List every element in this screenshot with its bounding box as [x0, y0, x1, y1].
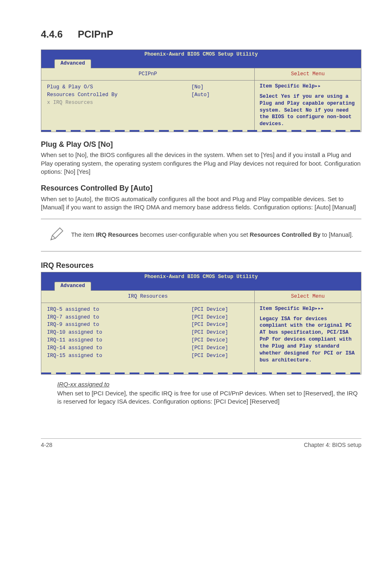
setting-label: Plug & Play O/S: [47, 84, 191, 91]
subsection-body: When set to [Auto], the BIOS automatical…: [41, 195, 361, 212]
note-pre: The item: [71, 231, 96, 238]
section-title: PCIPnP: [78, 29, 113, 40]
page-number: 4-28: [41, 441, 52, 449]
setting-value: [Auto]: [191, 92, 249, 99]
setting-label: IRQ-10 assigned to: [47, 329, 191, 336]
help-title-text: Item Specific Help: [260, 306, 315, 312]
note-callout: The item IRQ Resources becomes user-conf…: [41, 219, 361, 251]
bios-divider: [41, 130, 361, 132]
bios-setting-row[interactable]: IRQ-11 assigned to[PCI Device]: [47, 337, 249, 344]
setting-value: [PCI Device]: [191, 345, 249, 352]
setting-value: [PCI Device]: [191, 329, 249, 336]
chapter-label: Chapter 4: BIOS setup: [304, 441, 361, 449]
bios-panel-title: IRQ Resources: [41, 291, 255, 303]
bios-panel-irq-resources: Phoenix-Award BIOS CMOS Setup Utility Ad…: [41, 272, 361, 375]
page-footer: 4-28 Chapter 4: BIOS setup: [41, 438, 361, 449]
setting-value: [PCI Device]: [191, 321, 249, 328]
setting-value: [No]: [191, 84, 249, 91]
bios-settings-list: Plug & Play O/S [No] Resources Controlle…: [41, 81, 255, 130]
subsection-heading: Resources Controlled By [Auto]: [41, 183, 361, 193]
bios-setting-row[interactable]: Resources Controlled By [Auto]: [47, 92, 249, 99]
bios-tab-advanced[interactable]: Advanced: [54, 59, 91, 68]
bios-help-body: Legacy ISA for devices compliant with th…: [260, 316, 356, 364]
irq-body: When set to [PCI Device], the specific I…: [57, 389, 361, 406]
bios-help-panel: Item Specific Help▸▸▸ Legacy ISA for dev…: [255, 303, 361, 373]
bios-setting-row[interactable]: IRQ-15 assigned to[PCI Device]: [47, 352, 249, 359]
irq-subheading: IRQ-xx assigned to: [57, 380, 361, 388]
section-number: 4.4.6: [41, 29, 63, 40]
note-text: The item IRQ Resources becomes user-conf…: [71, 231, 360, 239]
bios-divider: [41, 373, 361, 374]
bios-setting-row[interactable]: IRQ-14 assigned to[PCI Device]: [47, 345, 249, 352]
bios-setting-row-disabled: x IRQ Resources: [47, 99, 249, 106]
subsection-body: When set to [No], the BIOS configures al…: [41, 151, 361, 176]
bios-setting-row[interactable]: IRQ-7 assigned to[PCI Device]: [47, 314, 249, 321]
setting-label: Resources Controlled By: [47, 92, 191, 99]
pencil-icon: [43, 225, 71, 245]
setting-label: IRQ-5 assigned to: [47, 306, 191, 313]
section-heading: 4.4.6 PCIPnP: [41, 25, 361, 42]
note-mid: becomes user-configurable when you set: [138, 231, 249, 238]
bios-help-body: Select Yes if you are using a Plug and P…: [260, 93, 356, 128]
bios-title: Phoenix-Award BIOS CMOS Setup Utility: [41, 50, 361, 59]
bios-tabrow: Advanced: [41, 282, 361, 289]
setting-value: [PCI Device]: [191, 352, 249, 359]
setting-label: x IRQ Resources: [47, 99, 191, 106]
note-bold1: IRQ Resources: [96, 231, 138, 238]
bios-panel-pcipnp: Phoenix-Award BIOS CMOS Setup Utility Ad…: [41, 49, 361, 132]
chevron-right-icon: ▸▸▸: [315, 306, 324, 312]
setting-label: IRQ-7 assigned to: [47, 314, 191, 321]
bios-settings-list: IRQ-5 assigned to[PCI Device]IRQ-7 assig…: [41, 303, 255, 373]
note-bold2: Resources Controlled By: [250, 231, 321, 238]
setting-value: [PCI Device]: [191, 314, 249, 321]
note-post: to [Manual].: [321, 231, 353, 238]
bios-tab-advanced[interactable]: Advanced: [54, 282, 91, 291]
setting-label: IRQ-15 assigned to: [47, 352, 191, 359]
bios-setting-row[interactable]: Plug & Play O/S [No]: [47, 84, 249, 91]
bios-title: Phoenix-Award BIOS CMOS Setup Utility: [41, 272, 361, 282]
bios-setting-row[interactable]: IRQ-9 assigned to[PCI Device]: [47, 321, 249, 328]
bios-setting-row[interactable]: IRQ-10 assigned to[PCI Device]: [47, 329, 249, 336]
bios-setting-row[interactable]: IRQ-5 assigned to[PCI Device]: [47, 306, 249, 313]
subsection-heading: Plug & Play O/S [No]: [41, 139, 361, 149]
setting-value: [191, 99, 249, 106]
bios-help-title: Item Specific Help▸▸▸: [260, 305, 356, 312]
bios-help-panel: Item Specific Help▸▸ Select Yes if you a…: [255, 81, 361, 130]
setting-value: [PCI Device]: [191, 306, 249, 313]
bios-panel-title: PCIPnP: [41, 68, 255, 80]
setting-value: [PCI Device]: [191, 337, 249, 344]
setting-label: IRQ-14 assigned to: [47, 345, 191, 352]
chevron-right-icon: ▸▸: [315, 83, 321, 89]
help-title-text: Item Specific Help: [260, 83, 315, 89]
bios-select-menu: Select Menu: [255, 68, 361, 80]
bios-help-title: Item Specific Help▸▸: [260, 83, 356, 90]
setting-label: IRQ-9 assigned to: [47, 321, 191, 328]
subsection-heading: IRQ Resources: [41, 260, 361, 270]
bios-tabrow: Advanced: [41, 59, 361, 67]
setting-label: IRQ-11 assigned to: [47, 337, 191, 344]
bios-select-menu: Select Menu: [255, 291, 361, 303]
